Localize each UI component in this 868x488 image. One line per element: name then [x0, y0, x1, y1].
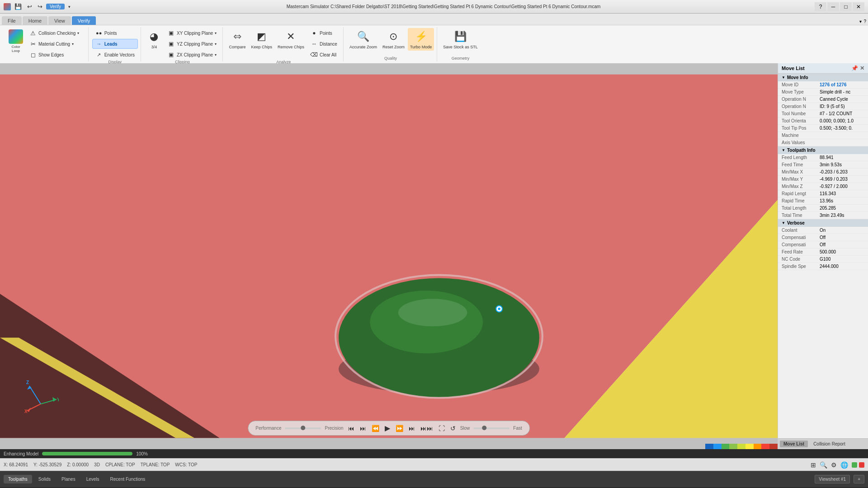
- ribbon-tab-bar: File Home View Verify ▾ ?: [0, 14, 868, 25]
- tab-levels[interactable]: Levels: [82, 475, 104, 483]
- tab-toolpaths[interactable]: Toolpaths: [4, 475, 32, 483]
- remove-chips-button[interactable]: ✕ Remove Chips: [275, 28, 307, 51]
- fast-forward-button[interactable]: ⏩: [395, 424, 404, 433]
- toolpath-info-section-header[interactable]: ▼ Toolpath Info: [778, 146, 868, 154]
- performance-label: Performance: [255, 426, 281, 431]
- three-four-button[interactable]: ◕ 3/4: [145, 28, 164, 51]
- zx-clipping-button[interactable]: ▣ ZX Clipping Plane ▾: [165, 50, 220, 60]
- material-cutting-button[interactable]: ✂ Material Cutting ▾: [26, 39, 85, 49]
- collision-checking-button[interactable]: ⚠ Collision Checking ▾: [26, 28, 85, 38]
- leads-button[interactable]: → Leads: [92, 39, 138, 49]
- svg-point-10: [498, 308, 500, 310]
- settings-icon[interactable]: ⚙: [831, 461, 837, 469]
- color-loop-button[interactable]: ColorLoop: [6, 28, 25, 54]
- turbo-mode-button[interactable]: ⚡ Turbo Mode: [408, 28, 434, 51]
- fast-reverse-button[interactable]: ⏪: [371, 424, 380, 433]
- move-info-section-header[interactable]: ▼ Move Info: [778, 74, 868, 81]
- panel-pin-icon[interactable]: 📌: [851, 65, 858, 71]
- coord-x-label: X:: [4, 462, 8, 467]
- move-list-bottom-tab[interactable]: Move List: [780, 441, 808, 447]
- tab-view[interactable]: View: [48, 16, 71, 25]
- enable-vectors-button[interactable]: ↗ Enable Vectors: [92, 50, 138, 60]
- wcs-indicator: WCS: TOP: [175, 462, 197, 467]
- ribbon-help-btn[interactable]: ?: [863, 19, 866, 24]
- compare-button[interactable]: ⇔ Compare: [226, 28, 248, 51]
- minimize-button[interactable]: ─: [827, 2, 839, 11]
- xy-clipping-label: XY Clipping Plane: [177, 31, 213, 36]
- qa-save[interactable]: 💾: [13, 3, 24, 10]
- ribbon-group-analyze: ⇔ Compare ◩ Keep Chips ✕ Remove Chips ● …: [224, 27, 343, 61]
- view-icon[interactable]: 🔍: [820, 461, 827, 469]
- maximize-button[interactable]: □: [840, 2, 852, 11]
- clear-all-button[interactable]: ⌫ Clear All: [307, 50, 340, 60]
- remove-chips-label: Remove Chips: [278, 45, 304, 49]
- xy-clipping-button[interactable]: ▣ XY Clipping Plane ▾: [165, 28, 220, 38]
- coord-z: Z: 0.00000: [67, 462, 89, 467]
- verbose-collapse-icon: ▼: [782, 221, 785, 225]
- compare-label: Compare: [229, 45, 245, 49]
- tab-recent-functions[interactable]: Recent Functions: [106, 475, 150, 483]
- performance-slider[interactable]: [285, 427, 321, 429]
- slow-label: Slow: [460, 426, 470, 431]
- qa-dropdown[interactable]: ▾: [66, 4, 72, 9]
- minmax-y-row: Min/Max Y -4.969 / 0.203: [778, 176, 868, 183]
- keep-chips-button[interactable]: ◩ Keep Chips: [249, 28, 274, 51]
- play-button[interactable]: ▶: [384, 423, 391, 433]
- axis-indicator: Z X Y: [23, 377, 59, 413]
- quick-verify-button[interactable]: Verify: [46, 4, 65, 9]
- nc-code-value: G100: [820, 257, 830, 262]
- frame-options-button[interactable]: ⛶: [438, 424, 446, 433]
- speed-slider[interactable]: [473, 427, 509, 429]
- verbose-section-header[interactable]: ▼ Verbose: [778, 219, 868, 227]
- skip-to-end-button[interactable]: ⏭⏭: [420, 424, 434, 433]
- collision-report-bottom-tab[interactable]: Collision Report: [810, 441, 849, 447]
- playback-controls[interactable]: Performance Precision ⏮ ⏭ ⏪ ▶ ⏩ ⏭ ⏭⏭ ⛶ ↺…: [248, 421, 530, 436]
- tool-tip-pos-row: Tool Tip Pos 0.500; -3.500; 0.: [778, 125, 868, 132]
- feed-rate-label: Feed Rate: [782, 249, 818, 254]
- viewsheet-add-button[interactable]: +: [854, 475, 864, 483]
- feed-length-row: Feed Length 88.941: [778, 154, 868, 161]
- points3-label: Points: [320, 31, 332, 36]
- coolant-row: Coolant On: [778, 227, 868, 234]
- 3d-viewport[interactable]: Z X Y Performance Precision ⏮ ⏭ ⏪ ▶ ⏩: [0, 63, 778, 449]
- yz-clipping-button[interactable]: ▣ YZ Clipping Plane ▾: [165, 39, 220, 49]
- help-button[interactable]: ?: [815, 2, 826, 11]
- tab-home[interactable]: Home: [23, 16, 47, 25]
- step-back-button[interactable]: ⏭: [359, 424, 367, 433]
- show-edges-button[interactable]: ◻ Show Edges: [26, 50, 85, 60]
- xy-clipping-icon: ▣: [168, 29, 175, 37]
- reset-zoom-button[interactable]: ⊙ Reset Zoom: [380, 28, 407, 51]
- tab-file[interactable]: File: [2, 16, 22, 25]
- qa-redo[interactable]: ↪: [36, 3, 44, 10]
- ribbon-content: ColorLoop ⚠ Collision Checking ▾ ✂ Mater…: [0, 25, 868, 63]
- tab-solids[interactable]: Solids: [34, 475, 55, 483]
- save-stock-stl-button[interactable]: 💾 Save Stock as STL: [441, 28, 480, 51]
- statusbar-right[interactable]: ⊞ 🔍 ⚙ 🌐: [811, 461, 864, 469]
- compensation2-label: Compensati: [782, 242, 818, 247]
- viewsheet-button[interactable]: Viewsheet #1: [815, 475, 850, 483]
- tab-planes[interactable]: Planes: [57, 475, 80, 483]
- status-red-icon: [859, 462, 864, 468]
- network-icon[interactable]: 🌐: [840, 461, 848, 469]
- skip-to-start-button[interactable]: ⏮: [347, 424, 355, 433]
- ribbon-collapse-btn[interactable]: ▾: [859, 19, 862, 24]
- progress-fill: [42, 452, 132, 455]
- grid-icon[interactable]: ⊞: [811, 461, 816, 469]
- minmax-x-row: Min/Max X -0.203 / 6.203: [778, 169, 868, 176]
- step-forward-button[interactable]: ⏭: [408, 424, 416, 433]
- total-length-label: Total Length: [782, 206, 818, 211]
- qa-undo[interactable]: ↩: [25, 3, 34, 10]
- refresh-button[interactable]: ↺: [449, 424, 457, 433]
- points3-button[interactable]: ● Points: [307, 28, 340, 38]
- move-info-section-label: Move Info: [787, 75, 808, 80]
- panel-header-icons[interactable]: 📌 ✕: [851, 65, 864, 71]
- distance-button[interactable]: ↔ Distance: [307, 39, 340, 49]
- tab-verify[interactable]: Verify: [72, 16, 96, 25]
- close-button[interactable]: ✕: [853, 2, 864, 11]
- points-button[interactable]: ●● Points: [92, 28, 138, 38]
- rapid-length-label: Rapid Lengt: [782, 191, 818, 196]
- panel-close-icon[interactable]: ✕: [860, 65, 864, 71]
- accurate-zoom-button[interactable]: 🔍 Accurate Zoom: [347, 28, 379, 51]
- accurate-zoom-label: Accurate Zoom: [349, 45, 377, 49]
- operation-id-label: Operation N: [782, 104, 818, 109]
